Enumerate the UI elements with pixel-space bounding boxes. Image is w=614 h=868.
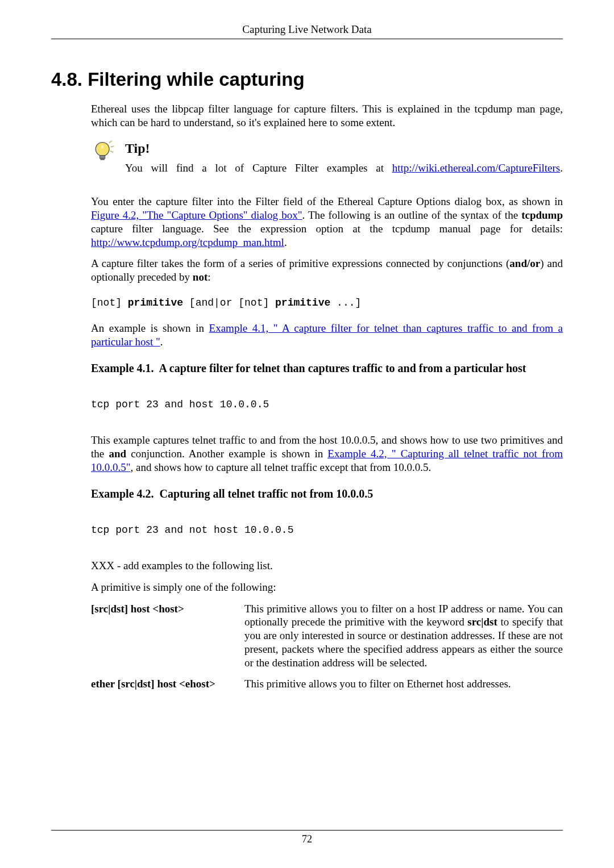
c: ...] <box>330 297 361 308</box>
para-example-ref: An example is shown in Example 4.1, " A … <box>91 322 563 349</box>
b: primitive <box>275 297 330 308</box>
bold: tcpdump <box>521 209 563 221</box>
svg-rect-1 <box>100 155 105 158</box>
c: [and|or [not] <box>183 297 275 308</box>
primitive-term: ether [src|dst] host <ehost> <box>91 677 244 691</box>
t: : <box>208 271 210 283</box>
t: You enter the capture filter into the Fi… <box>91 195 563 207</box>
t: capture filter language. See the express… <box>91 223 563 235</box>
b: not <box>193 271 208 283</box>
t: An example is shown in <box>91 322 209 334</box>
c: [not] <box>91 297 128 308</box>
lightbulb-icon <box>91 140 125 167</box>
tip-title: Tip! <box>125 140 563 157</box>
b: primitive <box>128 297 183 308</box>
bottom-rule <box>51 830 563 831</box>
tip-text: You will find a lot of Capture Filter ex… <box>125 161 563 175</box>
b: and <box>109 448 126 460</box>
svg-rect-2 <box>101 158 105 160</box>
running-head: Capturing Live Network Data <box>51 23 563 36</box>
t: A capture filter takes the form of a ser… <box>91 257 509 269</box>
primitive-desc: This primitive allows you to filter on E… <box>244 677 563 691</box>
t: . <box>160 336 163 348</box>
t: , and shows how to capture all telnet tr… <box>131 461 432 473</box>
para-primitive-intro: A primitive is simply one of the followi… <box>91 581 563 594</box>
primitive-term: [src|dst] host <host> <box>91 602 244 670</box>
code-example42: tcp port 23 and not host 10.0.0.5 <box>91 524 563 537</box>
syntax-code: [not] primitive [and|or [not] primitive … <box>91 297 563 310</box>
svg-point-0 <box>96 142 109 156</box>
svg-line-5 <box>110 151 114 152</box>
list-item: ether [src|dst] host <ehost> This primit… <box>91 677 563 691</box>
t: . The following is an outline of the syn… <box>302 209 521 221</box>
svg-line-3 <box>109 140 112 143</box>
section-title: 4.8. Filtering while capturing <box>51 68 563 91</box>
top-rule <box>51 39 563 39</box>
t: . <box>284 236 287 248</box>
para-example41-desc: This example captures telnet traffic to … <box>91 433 563 474</box>
list-item: [src|dst] host <host> This primitive all… <box>91 602 563 670</box>
para-xxx: XXX - add examples to the following list… <box>91 559 563 573</box>
para-filter-form: A capture filter takes the form of a ser… <box>91 257 563 284</box>
tcpdump-link[interactable]: http://www.tcpdump.org/tcpdump_man.html <box>91 236 284 248</box>
tip-link[interactable]: http://wiki.ethereal.com/CaptureFilters <box>392 162 560 174</box>
example41-title: Example 4.1. A capture filter for telnet… <box>91 361 563 375</box>
figure-link[interactable]: Figure 4.2, "The "Capture Options" dialo… <box>91 209 302 221</box>
page-number: 72 <box>51 833 563 846</box>
para-capture-options: You enter the capture filter into the Fi… <box>91 195 563 249</box>
example42-title: Example 4.2. Capturing all telnet traffi… <box>91 487 563 501</box>
tip-post: . <box>560 162 563 174</box>
primitive-desc: This primitive allows you to filter on a… <box>244 602 563 670</box>
b: and/or <box>509 257 540 269</box>
tip-pre: You will find a lot of Capture Filter ex… <box>125 162 392 174</box>
primitive-list: [src|dst] host <host> This primitive all… <box>91 602 563 691</box>
svg-line-4 <box>111 146 114 147</box>
intro-paragraph: Ethereal uses the libpcap filter languag… <box>91 102 563 130</box>
t: conjunction. Another example is shown in <box>126 448 327 460</box>
tip-block: Tip! You will find a lot of Capture Filt… <box>91 140 563 183</box>
b: src|dst <box>467 616 497 628</box>
code-example41: tcp port 23 and host 10.0.0.5 <box>91 398 563 411</box>
